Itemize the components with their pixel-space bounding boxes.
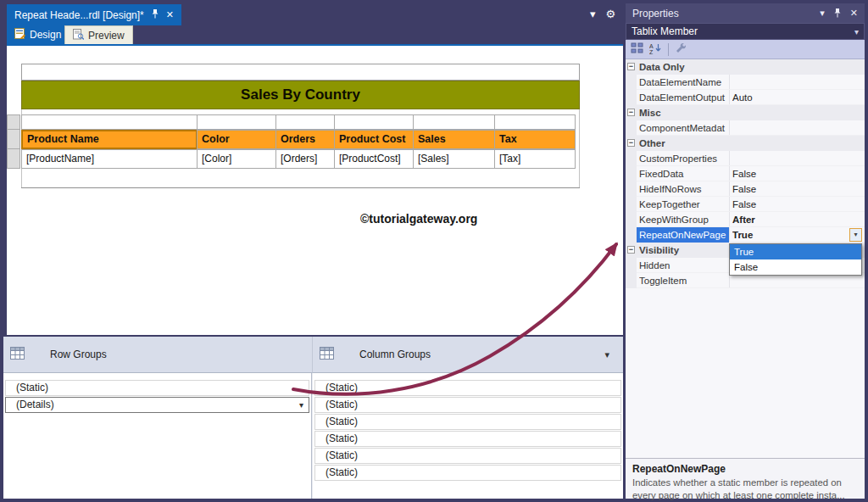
- data-cell-productcost[interactable]: [ProductCost]: [334, 149, 414, 169]
- grouping-pane: Row Groups Column Groups ▾ (Static) (Det…: [3, 337, 623, 499]
- property-row-fixeddata[interactable]: FixedData False: [637, 166, 865, 181]
- column-group-label: (Static): [326, 381, 358, 395]
- pin-icon[interactable]: [833, 8, 842, 20]
- pin-icon[interactable]: [151, 8, 159, 21]
- svg-text:A: A: [649, 43, 654, 49]
- chevron-down-icon[interactable]: ▾: [590, 8, 596, 20]
- value-dropdown-popup: True False: [729, 243, 862, 276]
- dropdown-option-false[interactable]: False: [730, 259, 861, 275]
- table-grid-icon: [320, 347, 334, 362]
- header-cell-color[interactable]: Color: [197, 130, 276, 149]
- property-name: HideIfNoRows: [639, 181, 729, 197]
- column-groups-title: Column Groups: [359, 349, 431, 360]
- document-tab-label: Repeat Heade...rdl [Design]*: [14, 9, 144, 21]
- spacer-cell[interactable]: [197, 114, 276, 130]
- property-name: ToggleItem: [639, 273, 729, 288]
- property-row-keeptogether[interactable]: KeepTogether False: [637, 197, 865, 212]
- column-group-static[interactable]: (Static): [314, 380, 621, 396]
- data-cell-tax[interactable]: [Tax]: [494, 149, 576, 169]
- property-row-hideifnorows[interactable]: HideIfNoRows False: [637, 181, 865, 197]
- report-title-cell[interactable]: Sales By Country: [21, 81, 580, 109]
- column-group-label: (Static): [326, 415, 358, 429]
- column-group-label: (Static): [326, 398, 358, 412]
- tablix-empty-row[interactable]: [21, 64, 580, 81]
- collapse-icon[interactable]: −: [627, 139, 635, 147]
- value-dropdown-button[interactable]: ▾: [849, 228, 862, 242]
- properties-panel: Properties ▾ ✕ Tablix Member ▾ AZ: [626, 3, 865, 499]
- row-group-label: (Static): [16, 381, 48, 395]
- collapse-icon[interactable]: −: [627, 246, 635, 254]
- property-value[interactable]: After: [732, 212, 863, 227]
- description-text: Indicates whether a static member is rep…: [632, 477, 858, 501]
- tab-design[interactable]: Design: [7, 25, 69, 44]
- property-value[interactable]: False: [732, 166, 863, 181]
- chevron-down-icon[interactable]: ▾: [820, 8, 825, 19]
- property-row-customproperties[interactable]: CustomProperties: [637, 151, 865, 166]
- row-handle[interactable]: [7, 129, 20, 149]
- row-group-label: (Details): [16, 398, 54, 412]
- header-cell-tax[interactable]: Tax: [494, 130, 576, 149]
- close-icon[interactable]: ✕: [850, 8, 858, 19]
- row-groups-list: (Static) (Details) ▾: [3, 373, 312, 499]
- column-group-static[interactable]: (Static): [314, 431, 621, 447]
- spacer-cell[interactable]: [334, 114, 414, 130]
- row-groups-header: Row Groups: [3, 337, 312, 373]
- column-groups-header: Column Groups ▾: [312, 337, 623, 373]
- data-cell-color[interactable]: [Color]: [197, 149, 276, 169]
- close-icon[interactable]: ✕: [166, 9, 174, 20]
- header-cell-sales[interactable]: Sales: [413, 130, 495, 149]
- header-cell-orders[interactable]: Orders: [275, 130, 335, 149]
- property-value[interactable]: False: [732, 197, 863, 212]
- category-misc[interactable]: − Misc: [626, 105, 865, 120]
- collapse-icon[interactable]: −: [627, 109, 635, 116]
- property-name: CustomProperties: [639, 151, 729, 166]
- chevron-down-icon[interactable]: ▾: [299, 398, 303, 412]
- spacer-cell[interactable]: [494, 114, 576, 130]
- tablix-data-row: [ProductName] [Color] [Orders] [ProductC…: [21, 149, 576, 169]
- spacer-cell[interactable]: [275, 114, 335, 130]
- property-row-keepwithgroup[interactable]: KeepWithGroup After: [637, 212, 865, 227]
- property-row-repeatonnewpage[interactable]: RepeatOnNewPage True ▾: [637, 227, 865, 243]
- object-selector-combobox[interactable]: Tablix Member ▾: [626, 23, 865, 40]
- chevron-down-icon[interactable]: ▾: [604, 349, 609, 360]
- category-data-only[interactable]: − Data Only: [626, 59, 865, 75]
- collapse-icon[interactable]: −: [627, 63, 635, 70]
- property-value[interactable]: Auto: [732, 90, 863, 105]
- data-cell-orders[interactable]: [Orders]: [275, 149, 335, 169]
- property-value[interactable]: True: [732, 227, 863, 243]
- tab-preview[interactable]: Preview: [64, 25, 133, 44]
- data-cell-sales[interactable]: [Sales]: [413, 149, 495, 169]
- row-group-static[interactable]: (Static): [5, 380, 309, 396]
- dropdown-option-true[interactable]: True: [730, 244, 861, 259]
- spacer-cell[interactable]: [21, 114, 198, 130]
- tablix-spacer-row[interactable]: [21, 114, 576, 130]
- property-name: DataElementOutput: [639, 90, 729, 105]
- property-name: KeepWithGroup: [639, 212, 729, 227]
- column-groups-list: (Static) (Static) (Static) (Static) (Sta…: [313, 373, 623, 499]
- properties-toolbar: AZ: [626, 40, 865, 59]
- column-group-static[interactable]: (Static): [314, 397, 621, 413]
- category-label: Other: [639, 136, 665, 151]
- column-group-static[interactable]: (Static): [314, 414, 621, 430]
- column-group-static[interactable]: (Static): [314, 465, 621, 481]
- header-cell-product-cost[interactable]: Product Cost: [334, 130, 414, 149]
- design-surface[interactable]: Sales By Country Product Name Color Orde…: [7, 44, 623, 335]
- property-row-dataelementoutput[interactable]: DataElementOutput Auto: [637, 90, 865, 105]
- property-row-dataelementname[interactable]: DataElementName: [637, 75, 865, 90]
- property-value[interactable]: False: [732, 181, 863, 197]
- header-cell-product-name[interactable]: Product Name: [21, 130, 198, 149]
- row-handle[interactable]: [7, 148, 20, 169]
- row-handle[interactable]: [7, 114, 20, 130]
- alphabetical-sort-icon[interactable]: AZ: [649, 42, 662, 56]
- column-group-static[interactable]: (Static): [314, 448, 621, 464]
- category-other[interactable]: − Other: [626, 136, 865, 151]
- property-row-componentmetadata[interactable]: ComponentMetadat: [637, 120, 865, 136]
- row-group-details[interactable]: (Details) ▾: [5, 397, 309, 413]
- document-tab[interactable]: Repeat Heade...rdl [Design]* ✕: [7, 4, 181, 25]
- gear-icon[interactable]: ⚙: [606, 8, 616, 20]
- property-pages-wrench-icon[interactable]: [675, 42, 687, 56]
- data-cell-productname[interactable]: [ProductName]: [21, 149, 198, 169]
- tablix-header-row: Product Name Color Orders Product Cost S…: [21, 130, 576, 149]
- spacer-cell[interactable]: [413, 114, 495, 130]
- categorized-view-icon[interactable]: [631, 42, 643, 56]
